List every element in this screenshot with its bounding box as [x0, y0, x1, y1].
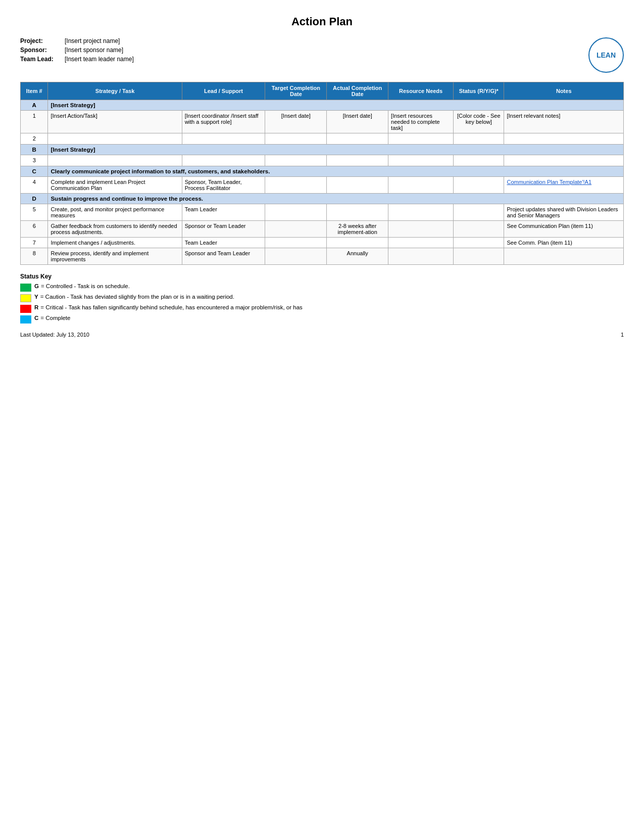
table-row: 3 — [21, 155, 624, 166]
status-key: Status Key G = Controlled - Task is on s… — [20, 273, 624, 323]
header-resource: Resource Needs — [388, 82, 454, 100]
footer-page: 1 — [621, 332, 624, 338]
status-cyan-box — [20, 315, 31, 323]
cell-strategy: [Insert Strategy] — [48, 145, 624, 155]
sponsor-value: [Insert sponsor name] — [65, 47, 123, 54]
cell-status — [454, 155, 504, 166]
table-row: 6 Gather feedback from customers to iden… — [21, 221, 624, 238]
status-key-red: R = Critical - Task has fallen significa… — [20, 304, 624, 313]
cell-target — [265, 177, 327, 194]
cell-item: 2 — [21, 133, 48, 145]
table-row: B [Insert Strategy] — [21, 145, 624, 155]
cell-status — [454, 204, 504, 221]
cell-strategy: Complete and implement Lean Project Comm… — [48, 177, 182, 194]
cell-item: 4 — [21, 177, 48, 194]
cell-item: 5 — [21, 204, 48, 221]
cell-status — [454, 177, 504, 194]
cell-actual: [Insert date] — [327, 111, 388, 133]
cell-strategy: Clearly communicate project information … — [48, 166, 624, 177]
cell-resource — [388, 177, 454, 194]
status-green-box — [20, 284, 31, 292]
cell-actual: Annually — [327, 248, 388, 265]
cell-item: D — [21, 194, 48, 204]
cell-lead — [182, 133, 265, 145]
cell-status — [454, 248, 504, 265]
cell-target: [Insert date] — [265, 111, 327, 133]
cell-notes — [504, 133, 624, 145]
cell-target — [265, 204, 327, 221]
header-status: Status (R/Y/G)* — [454, 82, 504, 100]
cell-strategy: [Insert Action/Task] — [48, 111, 182, 133]
cell-resource — [388, 133, 454, 145]
status-key-yellow: Y = Caution - Task has deviated slightly… — [20, 294, 624, 302]
status-red-label: R — [34, 304, 38, 310]
status-key-cyan: C = Complete — [20, 315, 624, 323]
cell-notes: [Insert relevant notes] — [504, 111, 624, 133]
cell-lead — [182, 155, 265, 166]
footer: Last Updated: July 13, 2010 1 — [20, 332, 624, 338]
header-notes: Notes — [504, 82, 624, 100]
cell-notes: See Communication Plan (item 11) — [504, 221, 624, 238]
project-label: Project: — [20, 37, 61, 44]
cell-actual — [327, 155, 388, 166]
status-cyan-text: = Complete — [40, 315, 70, 321]
cell-strategy: Implement changes / adjustments. — [48, 238, 182, 248]
meta-sponsor-row: Sponsor: [Insert sponsor name] — [20, 47, 134, 54]
cell-actual — [327, 177, 388, 194]
header-target: Target Completion Date — [265, 82, 327, 100]
meta-section: Project: [Insert project name] Sponsor: … — [20, 37, 624, 73]
cell-resource — [388, 221, 454, 238]
cell-resource — [388, 204, 454, 221]
status-key-green: G = Controlled - Task is on schedule. — [20, 283, 624, 292]
sponsor-label: Sponsor: — [20, 47, 61, 54]
status-yellow-box — [20, 294, 31, 302]
cell-item: 1 — [21, 111, 48, 133]
table-row: 2 — [21, 133, 624, 145]
cell-status — [454, 238, 504, 248]
table-row: 1 [Insert Action/Task] [Insert coordinat… — [21, 111, 624, 133]
table-row: D Sustain progress and continue to impro… — [21, 194, 624, 204]
status-yellow-text: = Caution - Task has deviated slightly f… — [40, 294, 234, 300]
status-key-title: Status Key — [20, 273, 624, 280]
status-green-text: = Controlled - Task is on schedule. — [41, 283, 130, 289]
cell-strategy — [48, 133, 182, 145]
cell-status: [Color code - See key below] — [454, 111, 504, 133]
teamlead-label: Team Lead: — [20, 56, 61, 63]
cell-status — [454, 133, 504, 145]
cell-notes — [504, 248, 624, 265]
cell-item: 6 — [21, 221, 48, 238]
cell-lead: Sponsor and Team Leader — [182, 248, 265, 265]
cell-actual — [327, 204, 388, 221]
footer-last-updated: Last Updated: July 13, 2010 — [20, 332, 89, 338]
cell-target — [265, 238, 327, 248]
cell-target — [265, 248, 327, 265]
cell-strategy: Create, post, and monitor project perfor… — [48, 204, 182, 221]
header-lead: Lead / Support — [182, 82, 265, 100]
table-row: 7 Implement changes / adjustments. Team … — [21, 238, 624, 248]
header-item: Item # — [21, 82, 48, 100]
cell-lead: Sponsor or Team Leader — [182, 221, 265, 238]
notes-link[interactable]: Communication Plan Template'!A1 — [507, 179, 591, 185]
cell-target — [265, 133, 327, 145]
cell-notes: See Comm. Plan (item 11) — [504, 238, 624, 248]
logo-line1: LEAN — [597, 51, 616, 60]
cell-strategy: Gather feedback from customers to identi… — [48, 221, 182, 238]
table-row: 8 Review process, identify and implement… — [21, 248, 624, 265]
logo: LEAN — [588, 37, 624, 73]
cell-lead: Team Leader — [182, 238, 265, 248]
status-yellow-label: Y — [34, 294, 38, 300]
cell-actual — [327, 238, 388, 248]
meta-left: Project: [Insert project name] Sponsor: … — [20, 37, 134, 73]
cell-resource: [Insert resources needed to complete tas… — [388, 111, 454, 133]
table-row: 4 Complete and implement Lean Project Co… — [21, 177, 624, 194]
cell-notes: Project updates shared with Division Lea… — [504, 204, 624, 221]
cell-lead: Sponsor, Team Leader, Process Facilitato… — [182, 177, 265, 194]
table-row: A [Insert Strategy] — [21, 100, 624, 111]
header-strategy: Strategy / Task — [48, 82, 182, 100]
header-actual: Actual Completion Date — [327, 82, 388, 100]
status-red-text: = Critical - Task has fallen significant… — [40, 304, 303, 310]
table-row: C Clearly communicate project informatio… — [21, 166, 624, 177]
status-cyan-label: C — [34, 315, 38, 321]
cell-lead: Team Leader — [182, 204, 265, 221]
project-value: [Insert project name] — [65, 37, 120, 44]
